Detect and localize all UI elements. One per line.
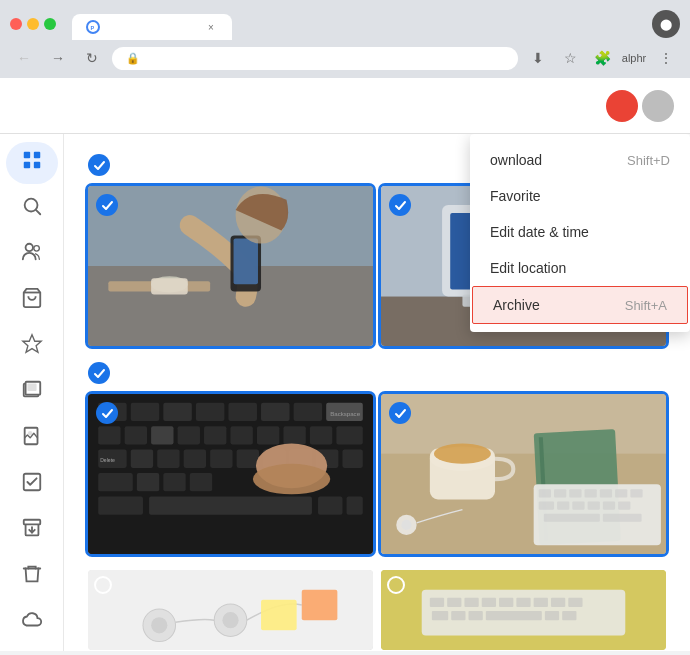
menu-item-download[interactable]: ownload Shift+D: [470, 142, 690, 178]
active-tab[interactable]: P ×: [72, 14, 232, 40]
sidebar-item-trash[interactable]: [6, 555, 58, 597]
svg-marker-11: [22, 335, 40, 352]
address-bar: ← → ↻ 🔒 ⬇ ☆ 🧩 alphr ⋮: [0, 40, 690, 78]
minimize-traffic-light[interactable]: [27, 18, 39, 30]
svg-rect-101: [544, 514, 600, 522]
color-dot-red[interactable]: [606, 90, 638, 122]
svg-rect-124: [451, 611, 465, 620]
svg-rect-114: [430, 598, 444, 607]
menu-icon[interactable]: ⋮: [652, 44, 680, 72]
url-bar[interactable]: 🔒: [112, 47, 518, 70]
photo-check-4[interactable]: [389, 402, 411, 424]
svg-rect-77: [318, 496, 342, 514]
reload-button[interactable]: ↻: [78, 44, 106, 72]
date-header-2: [88, 362, 666, 384]
forward-button[interactable]: →: [44, 44, 72, 72]
photo-thumb-4: [381, 394, 666, 554]
svg-rect-52: [178, 426, 200, 444]
sidebar-item-shop[interactable]: [6, 280, 58, 322]
svg-rect-70: [137, 473, 159, 491]
download-icon[interactable]: ⬇: [524, 44, 552, 72]
photo-item-4[interactable]: [381, 394, 666, 554]
svg-rect-53: [204, 426, 226, 444]
main-content: F12 Backspace: [64, 134, 690, 651]
traffic-lights: [10, 18, 56, 30]
svg-rect-24: [151, 278, 188, 294]
app-body: F12 Backspace: [0, 134, 690, 651]
svg-rect-51: [151, 426, 173, 444]
menu-item-archive[interactable]: Archive Shift+A: [472, 286, 688, 324]
sidebar: [0, 134, 64, 651]
back-button[interactable]: ←: [10, 44, 38, 72]
close-traffic-light[interactable]: [10, 18, 22, 30]
menu-item-archive-label: Archive: [493, 297, 540, 313]
trash-icon: [21, 563, 43, 590]
sidebar-item-photos[interactable]: [6, 142, 58, 184]
sidebar-item-archive[interactable]: [6, 509, 58, 551]
svg-rect-88: [539, 489, 551, 497]
photo-item-6[interactable]: [381, 570, 666, 650]
photo-item-5[interactable]: [88, 570, 373, 650]
tab-close-btn[interactable]: ×: [204, 20, 218, 34]
maximize-traffic-light[interactable]: [44, 18, 56, 30]
svg-rect-123: [432, 611, 448, 620]
menu-item-favorite[interactable]: Favorite: [470, 178, 690, 214]
svg-rect-43: [228, 403, 257, 421]
browser-chrome: P × ⬤ ← → ↻ 🔒 ⬇ ☆ 🧩 alphr ⋮: [0, 0, 690, 78]
menu-item-download-shortcut: Shift+D: [627, 153, 670, 168]
sidebar-item-favorites[interactable]: [6, 326, 58, 368]
menu-item-edit-date-label: Edit date & time: [490, 224, 589, 240]
svg-rect-122: [568, 598, 582, 607]
menu-item-edit-date[interactable]: Edit date & time: [470, 214, 690, 250]
svg-rect-61: [157, 450, 179, 468]
svg-rect-128: [562, 611, 576, 620]
svg-rect-125: [469, 611, 483, 620]
svg-rect-68: [342, 450, 362, 468]
menu-item-edit-location[interactable]: Edit location: [470, 250, 690, 286]
svg-rect-63: [210, 450, 232, 468]
svg-rect-115: [447, 598, 461, 607]
color-dot-gray[interactable]: [642, 90, 674, 122]
svg-point-109: [222, 612, 238, 628]
svg-rect-72: [190, 473, 212, 491]
date-check-2[interactable]: [88, 362, 110, 384]
new-tab-button[interactable]: [236, 14, 262, 40]
shop-icon: [21, 287, 43, 314]
svg-rect-119: [516, 598, 530, 607]
svg-rect-93: [615, 489, 627, 497]
svg-rect-127: [545, 611, 559, 620]
photo-check-3[interactable]: [96, 402, 118, 424]
extensions-icon[interactable]: 🧩: [588, 44, 616, 72]
photo-check-2[interactable]: [389, 194, 411, 216]
utilities-icon: [21, 471, 43, 498]
svg-rect-2: [23, 152, 29, 158]
sidebar-item-utilities[interactable]: [6, 463, 58, 505]
svg-rect-40: [131, 403, 160, 421]
svg-rect-94: [630, 489, 642, 497]
albums-icon: [21, 379, 43, 406]
favorites-icon: [21, 333, 43, 360]
svg-rect-69: [98, 473, 133, 491]
photo-check-5[interactable]: [94, 576, 112, 594]
sidebar-item-albums[interactable]: [6, 372, 58, 414]
svg-rect-120: [534, 598, 548, 607]
sidebar-item-cloud[interactable]: [6, 601, 58, 643]
photo-thumb-3: F12 Backspace: [88, 394, 373, 554]
svg-rect-41: [163, 403, 192, 421]
svg-rect-71: [163, 473, 185, 491]
photo-check-6[interactable]: [387, 576, 405, 594]
sidebar-item-photobook[interactable]: [6, 417, 58, 459]
browser-actions: ⬇ ☆ 🧩 alphr ⋮: [524, 44, 680, 72]
close-selection-button[interactable]: [16, 88, 52, 124]
sidebar-item-search[interactable]: [6, 188, 58, 230]
photo-item-1[interactable]: [88, 186, 373, 346]
bookmark-icon[interactable]: ☆: [556, 44, 584, 72]
sidebar-item-people[interactable]: [6, 234, 58, 276]
date-check-1[interactable]: [88, 154, 110, 176]
svg-rect-50: [125, 426, 147, 444]
photo-item-3[interactable]: F12 Backspace: [88, 394, 373, 554]
svg-rect-92: [600, 489, 612, 497]
profile-icon[interactable]: ⬤: [652, 10, 680, 38]
photo-check-1[interactable]: [96, 194, 118, 216]
svg-rect-56: [283, 426, 305, 444]
